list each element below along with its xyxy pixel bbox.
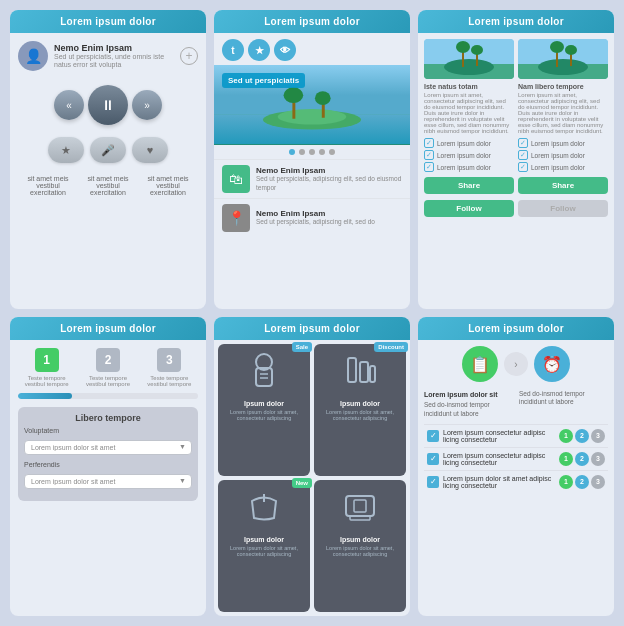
checkbox-1-3[interactable]: ✓ bbox=[424, 162, 434, 172]
product-name-2: Ipsum dolor bbox=[340, 400, 380, 407]
product-badge-2: Discount bbox=[374, 342, 408, 352]
svg-rect-27 bbox=[360, 362, 368, 382]
stat-3-sub: vestibul exercitation bbox=[138, 182, 198, 196]
chevron-right-button[interactable]: › bbox=[504, 352, 528, 376]
stat-2-sub: vestibul exercitation bbox=[78, 182, 138, 196]
status-list-item-2: ✓ Lorem ipsum consectetur adipisc licing… bbox=[424, 447, 608, 470]
product-icon-3 bbox=[244, 486, 284, 532]
svg-rect-28 bbox=[370, 366, 375, 382]
svg-point-7 bbox=[315, 91, 331, 105]
step-3: 3 Teste tempore vestibul tempore bbox=[141, 348, 198, 387]
checkbox-2-2[interactable]: ✓ bbox=[518, 150, 528, 160]
form-select-wrap-1: Lorem ipsum dolor sit amet bbox=[24, 436, 192, 455]
progress-bar bbox=[18, 393, 198, 399]
card2-item-2-name: Nemo Enim Ipsam bbox=[256, 209, 375, 218]
dot-4[interactable] bbox=[319, 149, 325, 155]
status-checkbox-1[interactable]: ✓ bbox=[427, 430, 439, 442]
product-name-4: Ipsum dolor bbox=[340, 536, 380, 543]
form-select-2[interactable]: Lorem ipsum dolor sit amet bbox=[24, 474, 192, 489]
num-badge-1-1: 1 bbox=[559, 429, 573, 443]
profile-row: 👤 Nemo Enim Ipsam Sed ut perspiciatis, u… bbox=[18, 41, 198, 71]
form-label-1: Voluptatem bbox=[24, 427, 192, 434]
heart-button[interactable]: ♥ bbox=[132, 137, 168, 163]
svg-point-14 bbox=[471, 45, 483, 55]
card2-item-1-name: Nemo Enim Ipsam bbox=[256, 166, 402, 175]
checkbox-1-1-label: Lorem ipsum dolor bbox=[437, 140, 491, 147]
num-badge-2-2: 2 bbox=[575, 452, 589, 466]
dot-5[interactable] bbox=[329, 149, 335, 155]
card3-col-1: Iste natus totam Lorem ipsum sit amet, c… bbox=[424, 39, 514, 217]
card3-col-2-desc: Lorem ipsum sit amet, consectetur adipis… bbox=[518, 92, 608, 134]
step-1: 1 Teste tempore vestibul tempore bbox=[18, 348, 75, 387]
profile-sub: Sed ut perspiciatis, unde omnis iste nat… bbox=[54, 53, 180, 70]
checkbox-row-1-2: ✓ Lorem ipsum dolor bbox=[424, 150, 514, 160]
map-dots bbox=[214, 145, 410, 159]
stat-2: sit amet meis vestibul exercitation bbox=[78, 175, 138, 196]
svg-point-12 bbox=[456, 41, 470, 53]
product-desc-2: Lorem ipsum dolor sit amet, consectetur … bbox=[320, 409, 400, 421]
card3-cols: Iste natus totam Lorem ipsum sit amet, c… bbox=[424, 39, 608, 217]
form-select-wrap-2: Lorem ipsum dolor sit amet bbox=[24, 470, 192, 489]
product-tile-3: New Ipsum dolor Lorem ipsum dolor sit am… bbox=[218, 480, 310, 612]
status-icon-green: 📋 bbox=[462, 346, 498, 382]
status-checkbox-2[interactable]: ✓ bbox=[427, 453, 439, 465]
status-text-1: Lorem ipsum consectetur adipisc licing c… bbox=[443, 429, 555, 443]
follow-button-1[interactable]: Follow bbox=[424, 200, 514, 217]
profile-text: Nemo Enim Ipsam Sed ut perspiciatis, und… bbox=[54, 43, 180, 70]
checkbox-2-1[interactable]: ✓ bbox=[518, 138, 528, 148]
product-name-1: Ipsum dolor bbox=[244, 400, 284, 407]
add-button[interactable]: + bbox=[180, 47, 198, 65]
svg-point-21 bbox=[565, 45, 577, 55]
status-list-item-3: ✓ Lorem ipsum dolor sit amet adipisc lic… bbox=[424, 470, 608, 493]
status-icon-blue: ⏰ bbox=[534, 346, 570, 382]
star-button[interactable]: ★ bbox=[48, 137, 84, 163]
card3-col-1-desc: Lorem ipsum sit amet, consectetur adipis… bbox=[424, 92, 514, 134]
product-desc-4: Lorem ipsum dolor sit amet, consectetur … bbox=[320, 545, 400, 557]
dot-2[interactable] bbox=[299, 149, 305, 155]
map-overlay-text: Sed ut perspiciatis bbox=[222, 73, 305, 88]
card-steps-form: Lorem ipsum dolor 1 Teste tempore vestib… bbox=[10, 317, 206, 616]
dot-1[interactable] bbox=[289, 149, 295, 155]
svg-point-10 bbox=[444, 59, 494, 75]
next-button[interactable]: » bbox=[132, 90, 162, 120]
step-1-num: 1 bbox=[35, 348, 59, 372]
mic-button[interactable]: 🎤 bbox=[90, 137, 126, 163]
card6-top: 📋 › ⏰ bbox=[424, 346, 608, 382]
dot-3[interactable] bbox=[309, 149, 315, 155]
checkbox-1-1[interactable]: ✓ bbox=[424, 138, 434, 148]
pause-button[interactable]: ⏸ bbox=[88, 85, 128, 125]
num-badge-3-2: 2 bbox=[575, 475, 589, 489]
form-select-1[interactable]: Lorem ipsum dolor sit amet bbox=[24, 440, 192, 455]
twitter-icon[interactable]: t bbox=[222, 39, 244, 61]
card2-item-2-sub: Sed ut perspiciatis, adipiscing elit, se… bbox=[256, 218, 375, 226]
checkbox-2-1-label: Lorem ipsum dolor bbox=[531, 140, 585, 147]
svg-point-19 bbox=[550, 41, 564, 53]
prev-button[interactable]: « bbox=[54, 90, 84, 120]
checkbox-row-1-3: ✓ Lorem ipsum dolor bbox=[424, 162, 514, 172]
stat-1: sit amet meis vestibul exercitation bbox=[18, 175, 78, 196]
player-controls: « ⏸ » bbox=[54, 85, 162, 125]
product-name-3: Ipsum dolor bbox=[244, 536, 284, 543]
share-button-1[interactable]: Share bbox=[424, 177, 514, 194]
card2-header: Lorem ipsum dolor bbox=[214, 10, 410, 33]
status-text-3: Lorem ipsum dolor sit amet adipisc licin… bbox=[443, 475, 555, 489]
map-image: Sed ut perspiciatis bbox=[214, 65, 410, 145]
checkbox-1-2[interactable]: ✓ bbox=[424, 150, 434, 160]
status-checkbox-3[interactable]: ✓ bbox=[427, 476, 439, 488]
star-social-icon[interactable]: ★ bbox=[248, 39, 270, 61]
stat-3-val: sit amet meis bbox=[138, 175, 198, 182]
status-text-2: Lorem ipsum consectetur adipisc licing c… bbox=[443, 452, 555, 466]
card4-body: 1 Teste tempore vestibul tempore 2 Teste… bbox=[10, 340, 206, 616]
card1-body: 👤 Nemo Enim Ipsam Sed ut perspiciatis, u… bbox=[10, 33, 206, 309]
follow-button-2[interactable]: Follow bbox=[518, 200, 608, 217]
stat-1-sub: vestibul exercitation bbox=[18, 182, 78, 196]
form-title: Libero tempore bbox=[24, 413, 192, 423]
svg-rect-32 bbox=[354, 500, 366, 512]
eye-icon[interactable]: 👁 bbox=[274, 39, 296, 61]
product-icon-1 bbox=[244, 350, 284, 396]
card5-body: Sale Ipsum dolor Lorem ipsum dolor sit a… bbox=[214, 340, 410, 616]
checkbox-row-1-1: ✓ Lorem ipsum dolor bbox=[424, 138, 514, 148]
share-button-2[interactable]: Share bbox=[518, 177, 608, 194]
card6-desc: Lorem ipsum dolor sit Sed do-insmod temp… bbox=[424, 390, 608, 418]
checkbox-2-3[interactable]: ✓ bbox=[518, 162, 528, 172]
